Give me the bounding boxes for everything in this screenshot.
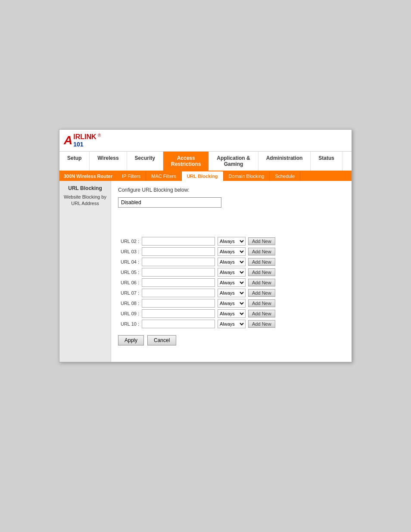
url-07-add-new-button[interactable]: Add New	[248, 289, 275, 297]
url-08-schedule[interactable]: Always	[218, 299, 246, 308]
sidebar-title: URL Blocking	[63, 185, 107, 191]
url-05-label: URL 05 :	[118, 270, 142, 275]
nav-application-gaming[interactable]: Application &Gaming	[209, 152, 258, 171]
url-10-label: URL 10 :	[118, 321, 142, 327]
url-06-input[interactable]	[142, 278, 215, 287]
sidebar: URL Blocking Website Blocking by URL Add…	[59, 181, 111, 362]
url-06-schedule[interactable]: Always	[218, 278, 246, 287]
logo-reg: ®	[98, 133, 101, 138]
url-09-schedule[interactable]: Always	[218, 309, 246, 318]
main-content: Configure URL Blocking below: Disabled A…	[111, 181, 352, 362]
url-02-input[interactable]	[142, 237, 215, 246]
sub-nav-tabs: IP Filters MAC Filters URL Blocking Doma…	[117, 171, 300, 181]
url-05-input[interactable]	[142, 268, 215, 277]
blocking-mode-dropdown[interactable]: Disabled ALLOW user access to ONLY below…	[118, 197, 221, 208]
url-09-label: URL 09 :	[118, 311, 142, 316]
cancel-button[interactable]: Cancel	[147, 335, 176, 345]
url-row-08: URL 08 : Always Add New	[118, 299, 345, 308]
url-07-label: URL 07 :	[118, 290, 142, 296]
sub-tab-url-blocking[interactable]: URL Blocking	[182, 171, 224, 181]
header: A IRLINK ® 101	[59, 130, 352, 152]
url-row-09: URL 09 : Always Add New	[118, 309, 345, 318]
nav-access-restrictions[interactable]: AccessRestrictions	[163, 152, 209, 171]
logo-a-letter: A	[64, 134, 72, 147]
url-03-add-new-button[interactable]: Add New	[248, 248, 275, 255]
sub-tab-schedule[interactable]: Schedule	[270, 171, 300, 181]
url-row-04: URL 04 : Always Add New	[118, 258, 345, 266]
logo-airlink-text: IRLINK	[73, 133, 96, 140]
url-04-input[interactable]	[142, 258, 215, 266]
url-row-03: URL 03 : Always Add New	[118, 247, 345, 256]
sidebar-subtitle: Website Blocking by URL Address	[63, 194, 107, 207]
apply-button[interactable]: Apply	[118, 335, 144, 345]
nav-status[interactable]: Status	[311, 152, 342, 171]
nav-administration[interactable]: Administration	[258, 152, 311, 171]
content-area: URL Blocking Website Blocking by URL Add…	[59, 181, 352, 362]
nav-wireless[interactable]: Wireless	[90, 152, 127, 171]
url-02-label: URL 02 :	[118, 239, 142, 244]
url-row-06: URL 06 : Always Add New	[118, 278, 345, 287]
url-06-label: URL 06 :	[118, 280, 142, 285]
url-09-input[interactable]	[142, 309, 215, 318]
url-08-label: URL 08 :	[118, 301, 142, 306]
url-row-07: URL 07 : Always Add New	[118, 289, 345, 297]
sub-tab-mac-filters[interactable]: MAC Filters	[146, 171, 181, 181]
router-ui: A IRLINK ® 101 Setup Wireless Security A…	[59, 129, 352, 362]
sub-nav: 300N Wireless Router IP Filters MAC Filt…	[59, 171, 352, 181]
nav-security[interactable]: Security	[127, 152, 163, 171]
url-08-input[interactable]	[142, 299, 215, 308]
url-02-add-new-button[interactable]: Add New	[248, 237, 275, 245]
url-10-input[interactable]	[142, 320, 215, 328]
main-nav: Setup Wireless Security AccessRestrictio…	[59, 152, 352, 171]
action-buttons: Apply Cancel	[118, 335, 345, 345]
url-02-schedule[interactable]: Always	[218, 237, 246, 246]
sub-tab-ip-filters[interactable]: IP Filters	[117, 171, 146, 181]
logo: A IRLINK ® 101	[64, 133, 101, 148]
url-09-add-new-button[interactable]: Add New	[248, 310, 275, 317]
nav-setup[interactable]: Setup	[59, 152, 90, 171]
url-07-schedule[interactable]: Always	[218, 289, 246, 297]
url-04-label: URL 04 :	[118, 259, 142, 264]
url-08-add-new-button[interactable]: Add New	[248, 299, 275, 307]
url-10-schedule[interactable]: Always	[218, 320, 246, 328]
logo-number: 101	[73, 141, 101, 148]
url-row-05: URL 05 : Always Add New	[118, 268, 345, 277]
url-row-10: URL 10 : Always Add New	[118, 320, 345, 328]
url-05-schedule[interactable]: Always	[218, 268, 246, 277]
url-row-02: URL 02 : Always Add New	[118, 237, 345, 246]
url-03-input[interactable]	[142, 247, 215, 256]
url-05-add-new-button[interactable]: Add New	[248, 268, 275, 276]
url-04-add-new-button[interactable]: Add New	[248, 258, 275, 266]
sub-nav-label: 300N Wireless Router	[59, 171, 117, 181]
url-07-input[interactable]	[142, 289, 215, 297]
url-06-add-new-button[interactable]: Add New	[248, 279, 275, 286]
config-label: Configure URL Blocking below:	[118, 187, 345, 193]
url-10-add-new-button[interactable]: Add New	[248, 320, 275, 328]
url-03-schedule[interactable]: Always	[218, 247, 246, 256]
blocking-mode-select[interactable]: Disabled ALLOW user access to ONLY below…	[118, 197, 221, 208]
sub-tab-domain-blocking[interactable]: Domain Blocking	[224, 171, 270, 181]
url-04-schedule[interactable]: Always	[218, 258, 246, 266]
url-03-label: URL 03 :	[118, 249, 142, 254]
